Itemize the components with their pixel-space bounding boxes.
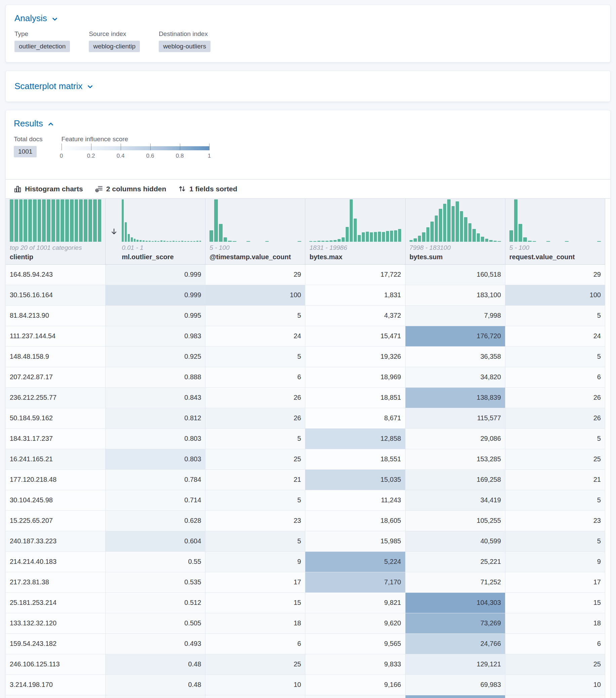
- cell-bytes.max[interactable]: 18,969: [305, 367, 405, 387]
- cell-ml.outlier_score[interactable]: 0.925: [106, 347, 206, 367]
- cell-bytes.max[interactable]: 1,831: [305, 285, 405, 305]
- cell-request.value_count[interactable]: [505, 695, 605, 698]
- cell-request.value_count[interactable]: 26: [505, 408, 605, 428]
- analysis-panel-toggle[interactable]: Analysis: [14, 13, 58, 24]
- cell-clientip[interactable]: 3.214.198.170: [6, 675, 106, 695]
- cell-bytes.sum[interactable]: 29,086: [406, 429, 505, 449]
- cell-request.value_count[interactable]: 21: [505, 470, 605, 490]
- fields-sorted-button[interactable]: 1 fields sorted: [178, 185, 237, 193]
- cell-bytes.sum[interactable]: 36,358: [406, 347, 505, 367]
- cell-clientip[interactable]: 207.242.87.17: [6, 367, 106, 387]
- scatterplot-matrix-toggle[interactable]: Scatterplot matrix: [14, 81, 94, 92]
- cell-ml.outlier_score[interactable]: 0.983: [106, 326, 206, 346]
- cell-bytes.sum[interactable]: 105,255: [406, 511, 505, 531]
- cell-request.value_count[interactable]: 25: [505, 449, 605, 469]
- histogram-charts-toggle[interactable]: Histogram charts: [14, 185, 83, 193]
- cell-clientip[interactable]: 81.84.213.90: [6, 306, 106, 326]
- cell-bytes.max[interactable]: 9,620: [305, 613, 405, 633]
- cell-bytes.max[interactable]: 7,170: [305, 572, 405, 592]
- cell-bytes.sum[interactable]: 176,720: [406, 326, 505, 346]
- cell-clientip[interactable]: 164.85.94.243: [6, 265, 106, 285]
- cell-bytes.max[interactable]: 17,722: [305, 265, 405, 285]
- cell-clientip[interactable]: 177.120.218.48: [6, 470, 106, 490]
- cell-clientip[interactable]: 240.187.33.223: [6, 531, 106, 552]
- cell-@timestamp.value_count[interactable]: 9: [206, 552, 305, 572]
- cell-@timestamp.value_count[interactable]: 5: [206, 347, 305, 367]
- cell-bytes.max[interactable]: 8,671: [305, 408, 405, 428]
- cell-@timestamp.value_count[interactable]: 21: [206, 470, 305, 490]
- cell-clientip[interactable]: 16.241.165.21: [6, 449, 106, 469]
- cell-@timestamp.value_count[interactable]: 15: [206, 593, 305, 613]
- cell-ml.outlier_score[interactable]: 0.512: [106, 593, 206, 613]
- cell-@timestamp.value_count[interactable]: 25: [206, 449, 305, 469]
- cell-bytes.max[interactable]: 9,821: [305, 593, 405, 613]
- cell-bytes.sum[interactable]: 25,221: [406, 552, 505, 572]
- cell-@timestamp.value_count[interactable]: 6: [206, 634, 305, 654]
- cell-request.value_count[interactable]: 5: [505, 306, 605, 326]
- columns-hidden-button[interactable]: 2 columns hidden: [95, 185, 166, 193]
- cell-bytes.sum[interactable]: 40,599: [406, 531, 505, 552]
- column-header-clientip[interactable]: top 20 of 1001 categoriesclientip: [6, 199, 106, 264]
- cell-ml.outlier_score[interactable]: 0.843: [106, 388, 206, 408]
- cell-@timestamp.value_count[interactable]: 24: [206, 326, 305, 346]
- cell-bytes.max[interactable]: [305, 695, 405, 698]
- cell-bytes.sum[interactable]: 104,303: [406, 593, 505, 613]
- cell-request.value_count[interactable]: 26: [505, 388, 605, 408]
- cell-request.value_count[interactable]: 25: [505, 654, 605, 674]
- cell-@timestamp.value_count[interactable]: 25: [206, 654, 305, 674]
- cell-@timestamp.value_count[interactable]: 18: [206, 613, 305, 633]
- cell-clientip[interactable]: 133.132.32.120: [6, 613, 106, 633]
- cell-bytes.sum[interactable]: 153,285: [406, 449, 505, 469]
- cell-bytes.sum[interactable]: 160,518: [406, 265, 505, 285]
- cell-ml.outlier_score[interactable]: 0.48: [106, 654, 206, 674]
- cell-@timestamp.value_count[interactable]: [206, 695, 305, 698]
- column-header-ml.outlier_score[interactable]: 0.01 - 1ml.outlier_score: [106, 199, 206, 264]
- column-header-@timestamp.value_count[interactable]: 5 - 100@timestamp.value_count: [206, 199, 305, 264]
- cell-clientip[interactable]: 246.106.125.113: [6, 654, 106, 674]
- cell-bytes.max[interactable]: 4,372: [305, 306, 405, 326]
- cell-clientip[interactable]: 15.225.65.207: [6, 511, 106, 531]
- cell-@timestamp.value_count[interactable]: 17: [206, 572, 305, 592]
- cell-request.value_count[interactable]: 9: [505, 552, 605, 572]
- cell-ml.outlier_score[interactable]: 0.604: [106, 531, 206, 552]
- cell-clientip[interactable]: 25.181.253.214: [6, 593, 106, 613]
- cell-clientip[interactable]: 148.48.158.9: [6, 347, 106, 367]
- cell-bytes.sum[interactable]: 115,577: [406, 408, 505, 428]
- cell-request.value_count[interactable]: 17: [505, 572, 605, 592]
- cell-request.value_count[interactable]: 6: [505, 634, 605, 654]
- cell-bytes.max[interactable]: 11,243: [305, 490, 405, 511]
- cell-ml.outlier_score[interactable]: 0.888: [106, 367, 206, 387]
- cell-ml.outlier_score[interactable]: [106, 695, 206, 698]
- cell-request.value_count[interactable]: 15: [505, 593, 605, 613]
- cell-ml.outlier_score[interactable]: 0.999: [106, 265, 206, 285]
- cell-ml.outlier_score[interactable]: 0.803: [106, 429, 206, 449]
- cell-ml.outlier_score[interactable]: 0.493: [106, 634, 206, 654]
- cell-ml.outlier_score[interactable]: 0.999: [106, 285, 206, 305]
- cell-clientip[interactable]: 50.184.59.162: [6, 408, 106, 428]
- cell-request.value_count[interactable]: 5: [505, 490, 605, 511]
- cell-bytes.sum[interactable]: 183,100: [406, 285, 505, 305]
- column-header-request.value_count[interactable]: 5 - 100request.value_count: [505, 199, 605, 264]
- results-panel-toggle[interactable]: Results: [14, 118, 55, 129]
- column-header-bytes.sum[interactable]: 7998 - 183100bytes.sum: [406, 199, 505, 264]
- cell-request.value_count[interactable]: 10: [505, 675, 605, 695]
- cell-bytes.sum[interactable]: 169,258: [406, 470, 505, 490]
- cell-request.value_count[interactable]: 18: [505, 613, 605, 633]
- cell-clientip[interactable]: 217.23.81.38: [6, 572, 106, 592]
- cell-@timestamp.value_count[interactable]: 6: [206, 367, 305, 387]
- cell-bytes.max[interactable]: 18,851: [305, 388, 405, 408]
- cell-bytes.sum[interactable]: 73,269: [406, 613, 505, 633]
- cell-@timestamp.value_count[interactable]: 26: [206, 388, 305, 408]
- cell-bytes.sum[interactable]: 7,998: [406, 306, 505, 326]
- cell-ml.outlier_score[interactable]: 0.803: [106, 449, 206, 469]
- cell-ml.outlier_score[interactable]: 0.535: [106, 572, 206, 592]
- column-header-bytes.max[interactable]: 1831 - 19986bytes.max: [305, 199, 405, 264]
- cell-@timestamp.value_count[interactable]: 5: [206, 490, 305, 511]
- cell-ml.outlier_score[interactable]: 0.812: [106, 408, 206, 428]
- cell-bytes.max[interactable]: 15,985: [305, 531, 405, 552]
- cell-@timestamp.value_count[interactable]: 23: [206, 511, 305, 531]
- cell-ml.outlier_score[interactable]: 0.714: [106, 490, 206, 511]
- cell-@timestamp.value_count[interactable]: 10: [206, 675, 305, 695]
- cell-clientip[interactable]: 30.156.16.164: [6, 285, 106, 305]
- cell-clientip[interactable]: 30.104.245.98: [6, 490, 106, 511]
